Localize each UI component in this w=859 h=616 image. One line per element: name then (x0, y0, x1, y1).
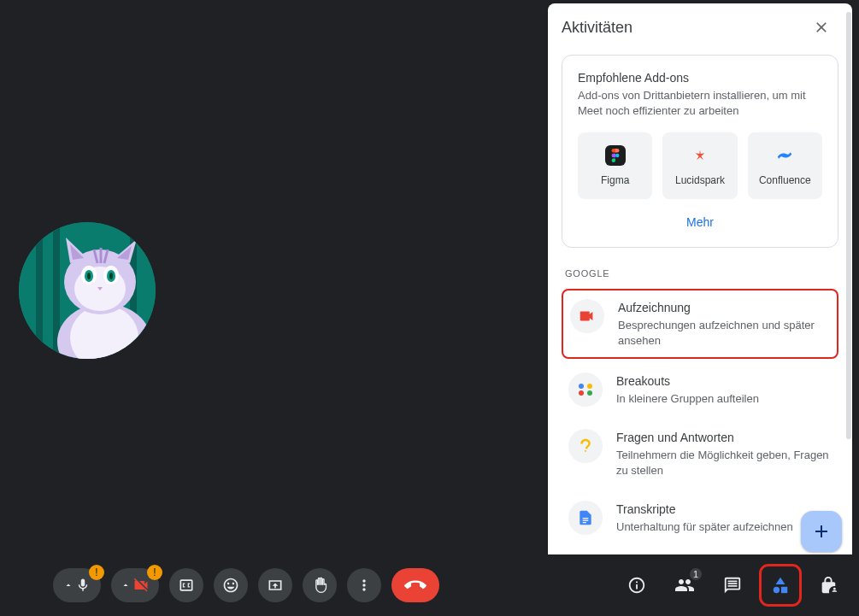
captions-icon (178, 577, 195, 594)
activity-transcripts[interactable]: Transkripte Unterhaltung für später aufz… (562, 492, 838, 543)
activity-desc: In kleinere Gruppen aufteilen (616, 391, 832, 407)
activity-desc: Unterhaltung für später aufzeichnen (616, 519, 832, 535)
figma-icon (605, 145, 626, 166)
activity-title: Transkripte (616, 501, 832, 518)
activity-title: Aufzeichnung (618, 299, 830, 316)
svg-rect-19 (583, 518, 589, 519)
mic-icon (75, 578, 91, 593)
panel-body: Empfohlene Add-ons Add-ons von Drittanbi… (548, 51, 852, 562)
participant-avatar (19, 222, 156, 359)
recording-icon (570, 299, 604, 333)
panel-title: Aktivitäten (562, 19, 632, 37)
svg-point-12 (87, 273, 91, 279)
camera-warning-badge: ! (147, 565, 162, 580)
mic-warning-badge: ! (89, 565, 104, 580)
raise-hand-button[interactable] (303, 568, 337, 602)
addon-lucidspark[interactable]: Lucidspark (662, 132, 737, 199)
participants-count-badge: 1 (688, 566, 703, 582)
panel-header: Aktivitäten (548, 3, 852, 51)
question-icon (568, 429, 603, 463)
camera-off-icon (132, 577, 150, 594)
addons-card: Empfohlene Add-ons Add-ons von Drittanbi… (562, 55, 838, 248)
captions-button[interactable] (169, 568, 203, 602)
addon-confluence[interactable]: Confluence (748, 132, 822, 199)
svg-point-14 (615, 154, 619, 157)
info-icon (627, 576, 646, 595)
activity-title: Breakouts (616, 373, 832, 390)
activity-qna[interactable]: Fragen und Antworten Teilnehmern die Mög… (562, 420, 838, 487)
svg-rect-1 (36, 222, 43, 359)
activity-list: Aufzeichnung Besprechungen aufzeichnen u… (562, 289, 838, 543)
activity-recording[interactable]: Aufzeichnung Besprechungen aufzeichnen u… (562, 289, 838, 359)
svg-point-13 (109, 273, 113, 279)
svg-rect-20 (583, 520, 589, 521)
more-addons: Mehr (578, 214, 822, 230)
svg-point-16 (587, 384, 592, 389)
chevron-up-icon (63, 580, 74, 590)
svg-rect-23 (781, 587, 787, 593)
present-button[interactable] (258, 568, 292, 602)
addon-label: Figma (601, 174, 629, 186)
breakouts-icon (568, 373, 603, 407)
participants-button[interactable]: 1 (668, 568, 702, 602)
section-google-header: Google (565, 268, 838, 279)
present-icon (267, 577, 284, 594)
svg-point-17 (579, 390, 584, 396)
svg-point-22 (774, 587, 780, 593)
chevron-up-icon (121, 580, 131, 590)
activity-desc: Teilnehmern die Möglichkeit geben, Frage… (616, 448, 832, 478)
more-vertical-icon (356, 577, 373, 594)
cat-avatar-illustration (19, 222, 156, 359)
plus-icon (811, 521, 832, 542)
right-controls: 1 (620, 568, 845, 602)
addon-figma[interactable]: Figma (578, 132, 652, 199)
more-addons-link[interactable]: Mehr (686, 215, 714, 229)
svg-point-24 (831, 586, 838, 593)
host-controls-button[interactable] (811, 568, 845, 602)
chat-icon (723, 576, 742, 595)
activity-title: Fragen und Antworten (616, 429, 832, 446)
svg-point-18 (587, 390, 592, 396)
bottom-toolbar: ! ! 1 (0, 554, 859, 616)
end-call-button[interactable] (391, 568, 439, 602)
call-end-icon (404, 574, 427, 596)
activities-panel: Aktivitäten Empfohlene Add-ons Add-ons v… (548, 3, 852, 562)
activities-button[interactable] (763, 568, 797, 602)
confluence-icon (774, 145, 795, 166)
meeting-info-button[interactable] (620, 568, 654, 602)
transcripts-icon (568, 501, 603, 535)
lucidspark-icon (690, 145, 710, 166)
addon-label: Confluence (759, 174, 811, 186)
shapes-icon (771, 576, 790, 595)
addons-row: Figma Lucidspark Confluence (578, 132, 822, 199)
svg-point-25 (833, 588, 836, 590)
close-icon (813, 19, 830, 36)
close-button[interactable] (804, 10, 838, 44)
addon-label: Lucidspark (675, 174, 725, 186)
add-fab[interactable] (801, 511, 842, 552)
more-options-button[interactable] (347, 568, 381, 602)
svg-rect-21 (583, 522, 586, 523)
chat-button[interactable] (715, 568, 750, 602)
reactions-button[interactable] (214, 568, 248, 602)
addons-title: Empfohlene Add-ons (578, 71, 822, 85)
emoji-icon (222, 577, 239, 594)
camera-button[interactable]: ! (111, 568, 159, 602)
mic-button[interactable]: ! (53, 568, 101, 602)
lock-person-icon (819, 576, 838, 595)
center-controls: ! ! (53, 568, 439, 602)
activity-desc: Besprechungen aufzeichnen und später ans… (618, 318, 830, 349)
svg-point-15 (579, 384, 584, 389)
addons-subtitle: Add-ons von Drittanbietern installieren,… (578, 88, 822, 119)
hand-icon (311, 577, 328, 594)
activity-breakouts[interactable]: Breakouts In kleinere Gruppen aufteilen (562, 364, 838, 415)
